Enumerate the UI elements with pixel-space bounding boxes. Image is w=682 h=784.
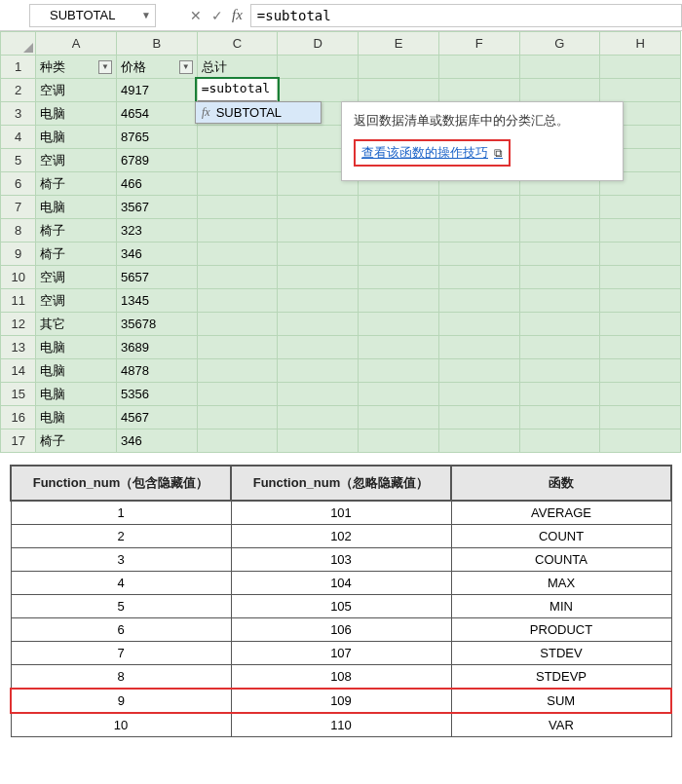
cell[interactable] <box>359 79 439 102</box>
cell[interactable]: 椅子 <box>36 429 117 453</box>
cell[interactable] <box>519 383 600 406</box>
cell[interactable] <box>600 406 681 429</box>
row-header[interactable]: 5 <box>1 149 36 172</box>
cell[interactable] <box>278 289 359 313</box>
autocomplete-item[interactable]: fx SUBTOTAL <box>196 102 321 123</box>
column-header[interactable]: G <box>519 32 600 56</box>
cell[interactable] <box>519 56 600 79</box>
cell[interactable] <box>197 243 278 266</box>
cell[interactable] <box>197 196 278 219</box>
cell[interactable] <box>278 359 359 383</box>
cell[interactable] <box>278 243 359 266</box>
cell[interactable]: 电脑 <box>36 336 117 359</box>
cell[interactable] <box>359 266 439 289</box>
cell[interactable] <box>197 126 278 149</box>
cell[interactable] <box>600 266 681 289</box>
cell[interactable] <box>438 429 519 453</box>
cell[interactable] <box>359 56 439 79</box>
row-header[interactable]: 15 <box>1 383 36 406</box>
cell[interactable] <box>278 266 359 289</box>
column-header[interactable]: F <box>438 32 519 56</box>
cell[interactable]: 6789 <box>117 149 198 172</box>
cell[interactable]: 1345 <box>117 289 198 313</box>
cell[interactable] <box>359 429 439 453</box>
cell[interactable]: 椅子 <box>36 219 117 243</box>
cell[interactable] <box>197 359 278 383</box>
select-all-corner[interactable] <box>1 32 36 56</box>
cell-editor[interactable]: =subtotal <box>197 79 278 102</box>
cell[interactable]: 椅子 <box>36 172 117 196</box>
cell[interactable] <box>278 336 359 359</box>
cell[interactable]: 3689 <box>117 336 198 359</box>
cell[interactable] <box>359 289 439 313</box>
row-header[interactable]: 14 <box>1 359 36 383</box>
cell[interactable] <box>438 359 519 383</box>
cell[interactable]: 电脑 <box>36 383 117 406</box>
cell[interactable]: 5657 <box>117 266 198 289</box>
cell[interactable] <box>519 313 600 336</box>
row-header[interactable]: 1 <box>1 56 36 79</box>
cell[interactable] <box>519 266 600 289</box>
cell[interactable] <box>197 313 278 336</box>
filter-dropdown-icon[interactable]: ▼ <box>98 60 112 74</box>
row-header[interactable]: 13 <box>1 336 36 359</box>
cell[interactable] <box>519 429 600 453</box>
cell[interactable] <box>278 79 359 102</box>
cell[interactable] <box>359 219 439 243</box>
cell[interactable]: 323 <box>117 219 198 243</box>
filter-dropdown-icon[interactable]: ▼ <box>179 60 193 74</box>
cell[interactable] <box>519 289 600 313</box>
cell[interactable] <box>278 219 359 243</box>
cell[interactable] <box>359 406 439 429</box>
cell[interactable]: 346 <box>117 429 198 453</box>
cell[interactable] <box>197 219 278 243</box>
chevron-down-icon[interactable]: ▼ <box>141 10 151 20</box>
cell[interactable] <box>278 56 359 79</box>
cell[interactable]: 电脑 <box>36 359 117 383</box>
cell[interactable] <box>519 336 600 359</box>
fx-icon[interactable]: fx <box>232 7 243 23</box>
cell[interactable] <box>359 383 439 406</box>
cell[interactable] <box>359 336 439 359</box>
cell[interactable]: 5356 <box>117 383 198 406</box>
row-header[interactable]: 11 <box>1 289 36 313</box>
cell[interactable] <box>197 149 278 172</box>
cell[interactable] <box>197 172 278 196</box>
cell[interactable]: 空调 <box>36 79 117 102</box>
cell[interactable] <box>438 336 519 359</box>
cell[interactable]: 4567 <box>117 406 198 429</box>
name-box[interactable]: SUBTOTAL ▼ <box>29 4 156 27</box>
column-header[interactable]: B <box>117 32 198 56</box>
cell[interactable] <box>438 313 519 336</box>
spreadsheet-grid[interactable]: ABCDEFGH 1种类▼价格▼总计2空调4917=subtotal3电脑465… <box>0 31 681 453</box>
cell[interactable] <box>438 79 519 102</box>
cell[interactable] <box>600 289 681 313</box>
cell[interactable]: 椅子 <box>36 243 117 266</box>
cell[interactable]: 总计 <box>197 56 278 79</box>
cell[interactable]: 空调 <box>36 289 117 313</box>
cell[interactable] <box>359 313 439 336</box>
column-header[interactable]: D <box>278 32 359 56</box>
row-header[interactable]: 10 <box>1 266 36 289</box>
cell[interactable] <box>197 289 278 313</box>
row-header[interactable]: 4 <box>1 126 36 149</box>
tooltip-link[interactable]: 查看该函数的操作技巧 ⧉ <box>354 139 511 167</box>
cell[interactable] <box>600 79 681 102</box>
cell[interactable] <box>278 196 359 219</box>
cell[interactable] <box>438 219 519 243</box>
cell[interactable]: 空调 <box>36 149 117 172</box>
cell[interactable]: 其它 <box>36 313 117 336</box>
cell[interactable] <box>600 359 681 383</box>
row-header[interactable]: 2 <box>1 79 36 102</box>
column-header[interactable]: E <box>359 32 439 56</box>
cell[interactable] <box>438 406 519 429</box>
cell[interactable]: 4917 <box>117 79 198 102</box>
cell[interactable] <box>519 359 600 383</box>
row-header[interactable]: 3 <box>1 102 36 126</box>
cell[interactable] <box>359 196 439 219</box>
cell[interactable] <box>600 383 681 406</box>
row-header[interactable]: 8 <box>1 219 36 243</box>
cell[interactable] <box>600 429 681 453</box>
cell[interactable] <box>197 383 278 406</box>
cell[interactable] <box>600 219 681 243</box>
